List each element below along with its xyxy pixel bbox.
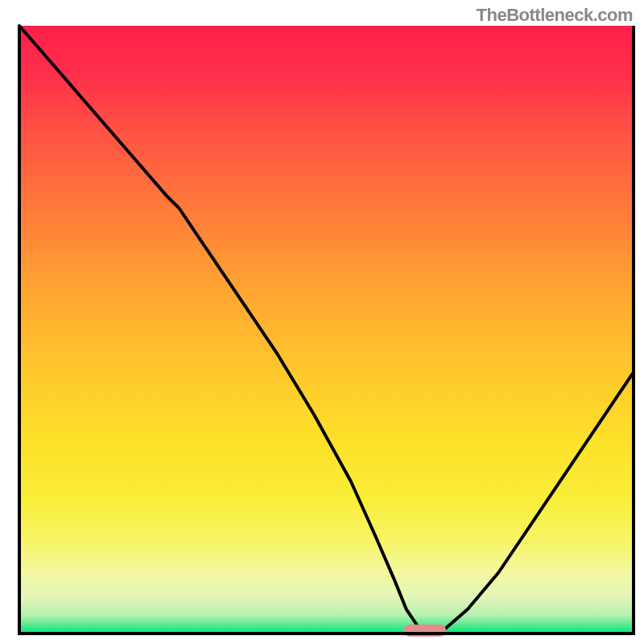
bottleneck-chart [0,0,644,644]
watermark-text: TheBottleneck.com [477,5,633,26]
plot-background [19,26,634,634]
chart-container: TheBottleneck.com [0,0,644,644]
